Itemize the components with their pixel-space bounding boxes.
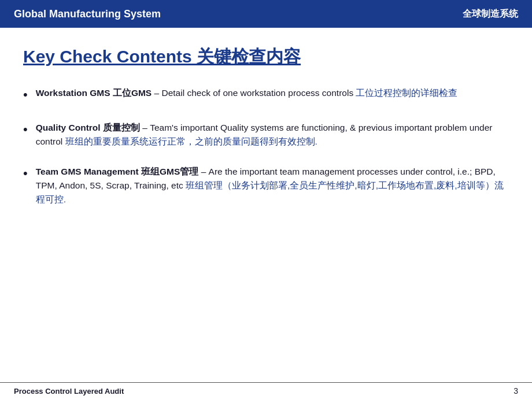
bullet-bold-term: Workstation GMS 工位GMS [36, 88, 152, 98]
footer-page-number: 3 [513, 386, 518, 396]
header: Global Manufacturing System 全球制造系统 [0, 0, 532, 28]
footer-label: Process Control Layered Audit [14, 387, 124, 396]
bullet-text: Team GMS Management 班组GMS管理 – Are the im… [36, 165, 509, 206]
bullet-dot: • [23, 120, 28, 139]
list-item: • Workstation GMS 工位GMS – Detail check o… [23, 86, 509, 105]
list-item: • Team GMS Management 班组GMS管理 – Are the … [23, 165, 509, 206]
header-title-cn: 全球制造系统 [463, 8, 518, 20]
list-item: • Quality Control 质量控制 – Team's importan… [23, 121, 509, 149]
bullet-bold-term: Quality Control 质量控制 [36, 123, 140, 132]
bullet-dot: • [23, 164, 28, 183]
bullet-rest-cn: 工位过程控制的详细检查 [356, 88, 457, 98]
main-content: Key Check Contents 关键检查内容 • Workstation … [0, 28, 532, 228]
bullet-dot: • [23, 85, 28, 105]
bullet-list: • Workstation GMS 工位GMS – Detail check o… [23, 86, 509, 206]
bullet-text: Workstation GMS 工位GMS – Detail check of … [36, 86, 458, 100]
bullet-bold-term: Team GMS Management 班组GMS管理 [36, 167, 199, 176]
bullet-rest-en: – Detail check of one workstation proces… [154, 88, 356, 98]
header-title-en: Global Manufacturing System [14, 8, 161, 20]
bullet-text: Quality Control 质量控制 – Team's important … [36, 121, 509, 149]
footer: Process Control Layered Audit 3 [0, 382, 532, 399]
bullet-rest-cn: 班组的重要质量系统运行正常，之前的质量问题得到有效控制. [65, 136, 317, 146]
page-title: Key Check Contents 关键检查内容 [23, 45, 509, 69]
